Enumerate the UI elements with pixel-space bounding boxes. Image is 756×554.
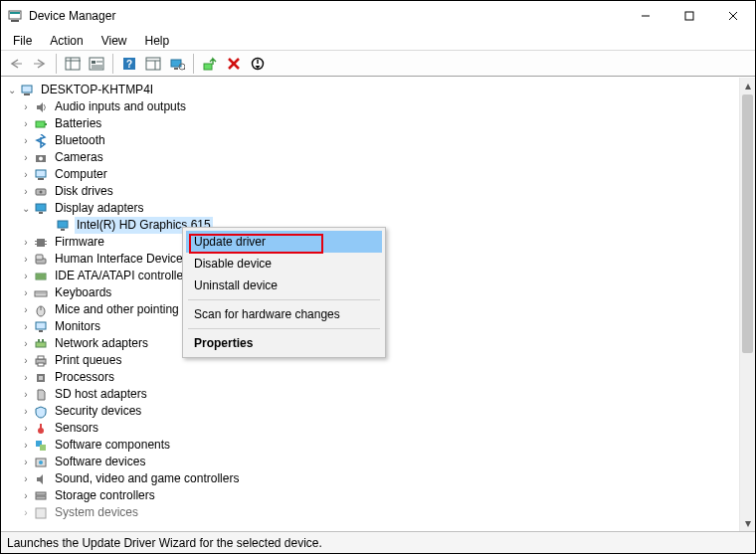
svg-rect-39	[36, 204, 46, 211]
tree-node-sound[interactable]: ›Sound, video and game controllers	[5, 470, 739, 487]
tree-node-swdev[interactable]: ›Software devices	[5, 454, 739, 470]
expand-icon[interactable]: ›	[19, 487, 33, 504]
expand-icon[interactable]: ›	[19, 420, 33, 437]
expand-icon[interactable]: ›	[19, 352, 33, 369]
scan-hardware-button[interactable]	[166, 53, 188, 75]
context-update-driver[interactable]: Update driver	[186, 231, 382, 253]
bluetooth-icon	[33, 133, 49, 149]
separator	[56, 54, 57, 74]
minimize-button[interactable]	[624, 1, 667, 31]
display-adapter-icon	[55, 218, 71, 234]
expand-icon[interactable]: ›	[19, 470, 33, 487]
ide-icon	[33, 269, 49, 284]
svg-rect-60	[38, 339, 40, 342]
tree-node-disk[interactable]: ›Disk drives	[5, 183, 739, 200]
vertical-scrollbar[interactable]: ▴ ▾	[739, 78, 755, 531]
tree-label: SD host adapters	[53, 386, 149, 403]
svg-rect-68	[40, 424, 42, 431]
expand-icon[interactable]: ›	[19, 268, 33, 284]
scroll-down-button[interactable]: ▾	[740, 515, 755, 531]
firmware-icon	[33, 235, 49, 251]
collapse-icon[interactable]: ⌄	[19, 200, 33, 217]
expand-icon[interactable]: ›	[19, 149, 33, 166]
svg-rect-32	[45, 123, 47, 125]
svg-rect-43	[37, 239, 45, 247]
svg-rect-75	[36, 508, 46, 518]
expand-icon[interactable]: ›	[19, 132, 33, 149]
expand-icon[interactable]: ›	[19, 284, 33, 301]
forward-button[interactable]	[29, 53, 51, 75]
software-component-icon	[33, 438, 49, 454]
context-properties[interactable]: Properties	[186, 332, 382, 354]
svg-rect-45	[35, 244, 37, 245]
expand-icon[interactable]: ›	[19, 504, 33, 521]
collapse-icon[interactable]: ⌄	[5, 82, 19, 98]
expand-icon[interactable]: ›	[19, 335, 33, 352]
tree-label: IDE ATA/ATAPI controllers	[53, 268, 195, 284]
battery-icon	[33, 116, 49, 132]
scroll-up-button[interactable]: ▴	[740, 78, 755, 93]
menu-bar: File Action View Help	[1, 31, 755, 51]
tree-node-storage[interactable]: ›Storage controllers	[5, 487, 739, 504]
tree-node-bluetooth[interactable]: ›Bluetooth	[5, 132, 739, 149]
context-disable-device[interactable]: Disable device	[186, 253, 382, 275]
context-scan-hardware[interactable]: Scan for hardware changes	[186, 303, 382, 325]
action-panel-button[interactable]	[142, 53, 164, 75]
uninstall-toolbar-button[interactable]	[223, 53, 245, 75]
scroll-thumb[interactable]	[742, 94, 753, 353]
tree-node-sensors[interactable]: ›Sensors	[5, 420, 739, 437]
expand-icon[interactable]: ›	[19, 183, 33, 200]
expand-icon[interactable]: ›	[19, 166, 33, 183]
context-uninstall-device[interactable]: Uninstall device	[186, 275, 382, 296]
tree-node-swcomp[interactable]: ›Software components	[5, 437, 739, 454]
svg-point-72	[39, 461, 43, 464]
expand-icon[interactable]: ›	[19, 403, 33, 420]
svg-rect-35	[36, 170, 46, 177]
context-item-label: Properties	[194, 336, 253, 350]
svg-rect-59	[36, 342, 46, 347]
tree-node-batteries[interactable]: ›Batteries	[5, 115, 739, 132]
expand-icon[interactable]: ›	[19, 301, 33, 318]
expand-icon[interactable]: ›	[19, 454, 33, 470]
svg-text:?: ?	[126, 59, 132, 70]
menu-file[interactable]: File	[5, 32, 40, 50]
tree-root-label: DESKTOP-KHTMP4I	[39, 82, 155, 98]
expand-icon[interactable]: ›	[19, 386, 33, 403]
tree-node-sysdev[interactable]: ›System devices	[5, 504, 739, 521]
expand-icon[interactable]: ›	[19, 369, 33, 386]
tree-node-cameras[interactable]: ›Cameras	[5, 149, 739, 166]
expand-icon[interactable]: ›	[19, 98, 33, 115]
tree-label: Sensors	[53, 420, 100, 437]
close-button[interactable]	[711, 1, 755, 31]
svg-rect-70	[40, 445, 46, 451]
expand-icon[interactable]: ›	[19, 251, 33, 268]
status-text: Launches the Update Driver Wizard for th…	[7, 536, 322, 550]
maximize-button[interactable]	[667, 1, 711, 31]
svg-rect-17	[146, 58, 160, 70]
sd-icon	[33, 387, 49, 403]
properties-toolbar-button[interactable]	[86, 53, 107, 75]
svg-rect-73	[36, 492, 46, 495]
expand-icon[interactable]: ›	[19, 115, 33, 132]
menu-view[interactable]: View	[94, 32, 135, 50]
tree-node-sdhost[interactable]: ›SD host adapters	[5, 386, 739, 403]
update-driver-toolbar-button[interactable]	[199, 53, 221, 75]
tree-node-computer[interactable]: ›Computer	[5, 166, 739, 183]
help-button[interactable]: ?	[118, 53, 140, 75]
tree-root[interactable]: ⌄ DESKTOP-KHTMP4I	[5, 82, 739, 98]
device-manager-window: Device Manager File Action View Help ?	[0, 0, 756, 554]
tree-label: Network adapters	[53, 335, 150, 352]
tree-label: Monitors	[53, 318, 102, 335]
back-button[interactable]	[5, 53, 27, 75]
expand-icon[interactable]: ›	[19, 437, 33, 454]
menu-action[interactable]: Action	[42, 32, 91, 50]
tree-node-security[interactable]: ›Security devices	[5, 403, 739, 420]
disable-toolbar-button[interactable]	[247, 53, 269, 75]
expand-icon[interactable]: ›	[19, 318, 33, 335]
tree-node-display[interactable]: ⌄Display adapters	[5, 200, 739, 217]
expand-icon[interactable]: ›	[19, 234, 33, 251]
tree-node-processors[interactable]: ›Processors	[5, 369, 739, 386]
tree-node-audio[interactable]: ›Audio inputs and outputs	[5, 98, 739, 115]
menu-help[interactable]: Help	[137, 32, 178, 50]
show-hide-tree-button[interactable]	[62, 53, 84, 75]
